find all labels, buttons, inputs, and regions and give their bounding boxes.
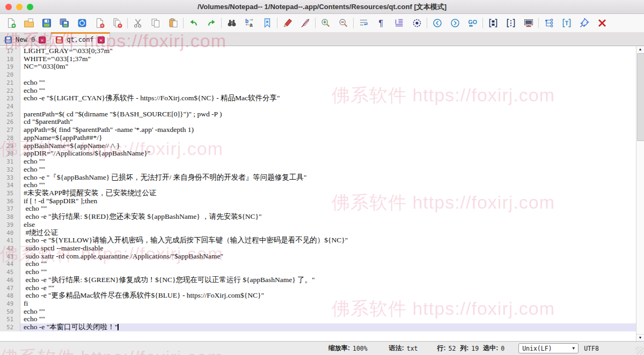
eol-dropdown[interactable]: Unix(LF) ▼: [518, 343, 579, 353]
tab-new-0[interactable]: New 0 ✕: [0, 32, 51, 46]
open-file-button[interactable]: [20, 15, 38, 31]
code-line[interactable]: 35#未安装APP时提醒安装，已安装绕过公证: [0, 189, 636, 197]
nav-back-button[interactable]: [428, 15, 446, 31]
text-caret: [118, 324, 119, 330]
cut-button[interactable]: [129, 15, 147, 31]
code-line[interactable]: 47 echo -e "": [0, 284, 636, 292]
code-line[interactable]: 26cd "$parentPath": [0, 118, 636, 126]
code-line[interactable]: 36if [ ! -d "$appDIR" ];then: [0, 197, 636, 205]
zoom-out-button[interactable]: [334, 15, 352, 31]
line-number: 25: [0, 110, 20, 119]
svg-text:b: b: [245, 18, 248, 24]
exit-button[interactable]: [593, 15, 611, 31]
close-file-button[interactable]: [91, 15, 108, 31]
code-line[interactable]: 50echo "": [0, 308, 636, 316]
code-line[interactable]: 30appDIR="/Applications/${appBashName}": [0, 150, 636, 158]
close-all-button[interactable]: [108, 15, 126, 31]
replace-button[interactable]: ba: [240, 15, 258, 31]
scroll-up-arrow[interactable]: ▲: [636, 46, 644, 53]
code-line[interactable]: 33echo -e "『${appBashName} 已损坏，无法打开/ 来自身…: [0, 174, 636, 182]
code-line[interactable]: 42 sudo spctl --master-disable: [0, 245, 636, 253]
line-number: 41: [0, 236, 20, 245]
paste-icon: [168, 18, 179, 28]
code-line[interactable]: 20: [0, 71, 636, 79]
tab-qt-conf[interactable]: qt.conf ✕: [51, 32, 110, 46]
selection-value: 0: [501, 345, 504, 352]
goto-line-button[interactable]: GO: [464, 15, 481, 31]
code-line[interactable]: 39else: [0, 221, 636, 229]
code-line[interactable]: 52echo -e "本窗口可以关闭啦！": [0, 323, 636, 331]
reload-button[interactable]: [73, 15, 91, 31]
code-text: fi: [20, 300, 636, 308]
code-line[interactable]: 37 echo "": [0, 205, 636, 213]
zoom-in-button[interactable]: [317, 15, 334, 31]
code-line[interactable]: 49fi: [0, 300, 636, 308]
code-line[interactable]: 31echo "": [0, 158, 636, 166]
minimize-window-button[interactable]: [16, 4, 23, 10]
code-line[interactable]: 43 sudo xattr -rd com.apple.quarantine /…: [0, 253, 636, 261]
code-line[interactable]: 17LIGHT_GRAY="\033[0;37m": [0, 47, 636, 55]
code-line[interactable]: 18WHITE="\033[1;37m": [0, 55, 636, 63]
code-line[interactable]: 41 echo -e "${YELLOW}请输入开机密码，输入完成后按下回车键（…: [0, 236, 636, 245]
close-window-button[interactable]: [5, 4, 12, 10]
presentation-button[interactable]: [519, 15, 537, 31]
exit-icon: [597, 18, 608, 28]
code-line[interactable]: 23echo -e "${LIGHT_CYAN}佛系软件 - https://F…: [0, 94, 636, 102]
code-text: appBashName=${appName// /\ }: [20, 142, 636, 150]
file-structure-button[interactable]: [540, 15, 558, 31]
undo-button[interactable]: [185, 15, 202, 31]
code-line[interactable]: 19NC="\033[0m": [0, 63, 636, 71]
code-line[interactable]: 40 #绕过公证: [0, 229, 636, 237]
copy-button[interactable]: [147, 15, 164, 31]
close-file-icon: [94, 18, 105, 28]
split-view-icon: [506, 18, 516, 28]
tab-close-icon[interactable]: ✕: [39, 36, 46, 43]
new-file-button[interactable]: [2, 15, 20, 31]
code-line[interactable]: 22echo "": [0, 87, 636, 95]
erase-marker-button[interactable]: [296, 15, 314, 31]
text-convert-button[interactable]: T: [558, 15, 575, 31]
editor-area[interactable]: 17LIGHT_GRAY="\033[0;37m"18WHITE="\033[1…: [0, 46, 644, 341]
resize-grip[interactable]: [635, 346, 643, 354]
code-line[interactable]: 51echo "": [0, 315, 636, 323]
code-line[interactable]: 45 echo "": [0, 268, 636, 276]
code-text: echo "": [20, 268, 636, 276]
scrollbar-thumb[interactable]: [637, 53, 644, 141]
line-number: 52: [0, 323, 20, 331]
indent-guides-button[interactable]: [390, 15, 408, 31]
split-view-button[interactable]: [502, 15, 519, 31]
paragraph-marks-button[interactable]: ¶: [372, 15, 390, 31]
code-line[interactable]: 21echo "": [0, 79, 636, 87]
bookmark-button[interactable]: [258, 15, 276, 31]
svg-text:T: T: [565, 20, 568, 26]
redo-icon: [206, 18, 217, 28]
highlight-marker-button[interactable]: [279, 15, 296, 31]
code-line[interactable]: 46 echo -e "执行结果: ${GREEN}修复成功！${NC}您现在可…: [0, 276, 636, 284]
save-button[interactable]: [38, 15, 55, 31]
syntax-value: txt: [407, 345, 418, 352]
code-line[interactable]: 24: [0, 102, 636, 110]
scroll-down-arrow[interactable]: ▼: [636, 334, 644, 341]
save-all-button[interactable]: [55, 15, 73, 31]
vertical-scrollbar[interactable]: ▲ ▼: [636, 46, 644, 341]
code-line[interactable]: 34echo "": [0, 181, 636, 189]
word-wrap-button[interactable]: [355, 15, 372, 31]
code-line[interactable]: 32echo "": [0, 166, 636, 174]
bookmark-icon: [262, 18, 273, 28]
code-line[interactable]: 27appPath=$( find "$parentPath" -name '*…: [0, 126, 636, 134]
compare-button[interactable]: [484, 15, 502, 31]
code-line[interactable]: 48 echo -e "更多精品Mac软件尽在佛系软件${BLUE} - htt…: [0, 292, 636, 300]
code-line[interactable]: 38 echo -e "执行结果: ${RED}您还未安装 ${appBashN…: [0, 213, 636, 221]
code-line[interactable]: 29appBashName=${appName// /\ }: [0, 142, 636, 150]
zoom-window-button[interactable]: [27, 4, 33, 10]
redo-button[interactable]: [202, 15, 220, 31]
code-line[interactable]: 44 echo "": [0, 260, 636, 268]
find-button[interactable]: [223, 15, 240, 31]
focus-mode-button[interactable]: [408, 15, 426, 31]
tab-close-icon[interactable]: ✕: [98, 36, 105, 43]
pin-button[interactable]: [575, 15, 593, 31]
code-line[interactable]: 28appName=${appPath##*/}: [0, 134, 636, 142]
paste-button[interactable]: [164, 15, 182, 31]
nav-forward-button[interactable]: [446, 15, 464, 31]
code-line[interactable]: 25parentPath=$( cd "$(dirname "${BASH_SO…: [0, 110, 636, 119]
